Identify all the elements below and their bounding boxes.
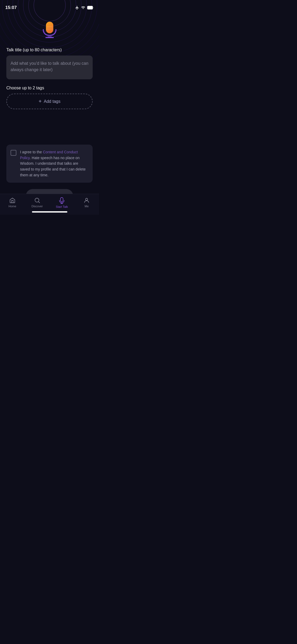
agreement-text: I agree to the Content and Conduct Polic… xyxy=(20,149,88,178)
add-tags-label: Add tags xyxy=(44,99,60,104)
start-talk-mic-icon xyxy=(58,197,65,204)
nav-label-discover: Discover xyxy=(31,205,43,208)
main-content: Talk title (up to 80 characters) Add wha… xyxy=(0,48,99,109)
microphone-icon xyxy=(39,19,60,40)
status-icons xyxy=(75,6,94,10)
agreement-section: I agree to the Content and Conduct Polic… xyxy=(6,145,93,183)
nav-item-discover[interactable]: Discover xyxy=(29,197,45,208)
agreement-checkbox[interactable] xyxy=(11,150,16,156)
svg-rect-21 xyxy=(60,197,63,202)
talk-title-placeholder: Add what you'd like to talk about (you c… xyxy=(11,60,88,73)
me-icon xyxy=(83,197,90,204)
nav-item-start-talk[interactable]: Start Talk xyxy=(54,197,70,208)
talk-title-input[interactable]: Add what you'd like to talk about (you c… xyxy=(6,56,93,79)
svg-rect-15 xyxy=(45,37,54,38)
microphone-area xyxy=(0,12,99,48)
spacer xyxy=(0,116,99,145)
svg-point-24 xyxy=(86,198,88,200)
nav-label-home: Home xyxy=(8,205,16,208)
nav-label-start-talk: Start Talk xyxy=(56,205,68,208)
status-time: 15:07 xyxy=(5,5,17,10)
talk-title-label: Talk title (up to 80 characters) xyxy=(6,48,93,52)
nav-label-me: Me xyxy=(84,205,88,208)
home-indicator xyxy=(32,211,67,213)
battery-icon xyxy=(87,6,94,10)
home-icon xyxy=(9,197,16,204)
svg-rect-16 xyxy=(46,22,53,33)
airplane-icon xyxy=(75,6,79,10)
plus-icon: + xyxy=(39,98,42,104)
nav-item-home[interactable]: Home xyxy=(4,197,20,208)
policy-link[interactable]: Content and Conduct Policy xyxy=(20,150,78,160)
svg-rect-13 xyxy=(88,6,92,9)
status-bar: 15:07 xyxy=(0,0,99,12)
nav-item-me[interactable]: Me xyxy=(79,197,95,208)
wifi-icon xyxy=(81,6,86,10)
add-tags-button[interactable]: + Add tags xyxy=(6,94,93,109)
tags-label: Choose up to 2 tags xyxy=(6,86,93,90)
discover-icon xyxy=(34,197,40,204)
